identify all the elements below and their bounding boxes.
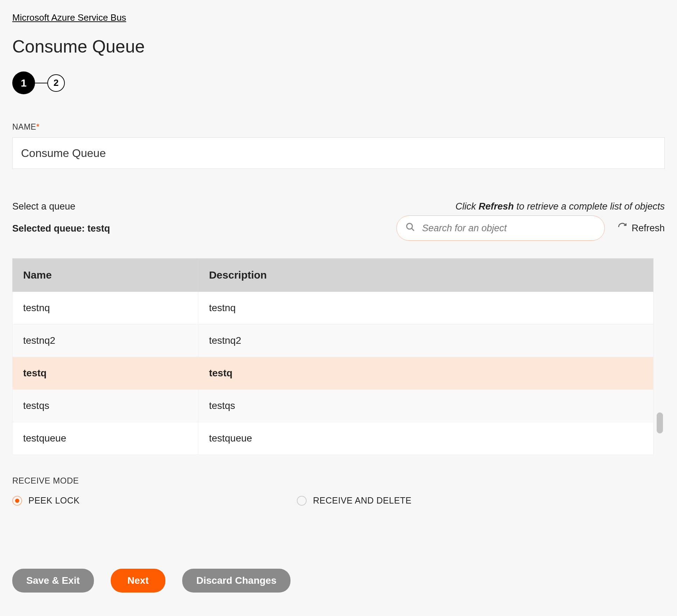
table-row[interactable]: testqstestqs bbox=[13, 390, 654, 422]
refresh-button[interactable]: Refresh bbox=[617, 222, 665, 234]
table-cell-description: testq bbox=[198, 357, 654, 390]
table-cell-description: testqs bbox=[198, 390, 654, 422]
table-cell-name: testqs bbox=[13, 390, 198, 422]
table-cell-name: testqueue bbox=[13, 422, 198, 455]
page-title: Consume Queue bbox=[12, 36, 665, 57]
receive-mode-option[interactable]: RECEIVE AND DELETE bbox=[297, 495, 411, 506]
table-scrollbar-thumb[interactable] bbox=[657, 412, 663, 433]
receive-mode-label: RECEIVE MODE bbox=[12, 476, 665, 486]
select-queue-label: Select a queue bbox=[12, 201, 110, 212]
name-input[interactable] bbox=[12, 137, 665, 169]
table-cell-description: testnq bbox=[198, 292, 654, 324]
selected-queue-text: Selected queue: testq bbox=[12, 223, 110, 234]
refresh-button-label: Refresh bbox=[631, 223, 665, 234]
breadcrumb-link[interactable]: Microsoft Azure Service Bus bbox=[12, 12, 126, 23]
radio-label: PEEK LOCK bbox=[28, 495, 80, 506]
table-row[interactable]: testnq2testnq2 bbox=[13, 324, 654, 357]
refresh-icon bbox=[617, 222, 627, 234]
table-cell-name: testq bbox=[13, 357, 198, 390]
radio-icon bbox=[297, 496, 307, 506]
next-button[interactable]: Next bbox=[111, 569, 166, 593]
table-cell-name: testnq bbox=[13, 292, 198, 324]
discard-changes-button[interactable]: Discard Changes bbox=[182, 569, 290, 593]
step-1[interactable]: 1 bbox=[12, 71, 35, 94]
table-scrollbar-track[interactable] bbox=[655, 293, 665, 455]
table-header-name: Name bbox=[13, 259, 198, 292]
refresh-hint: Click Refresh to retrieve a complete lis… bbox=[456, 201, 665, 212]
search-input[interactable] bbox=[396, 215, 605, 241]
radio-label: RECEIVE AND DELETE bbox=[313, 495, 411, 506]
table-row[interactable]: testnqtestnq bbox=[13, 292, 654, 324]
table-header-description: Description bbox=[198, 259, 654, 292]
receive-mode-option[interactable]: PEEK LOCK bbox=[12, 495, 80, 506]
save-exit-button[interactable]: Save & Exit bbox=[12, 569, 94, 593]
svg-line-1 bbox=[412, 228, 414, 231]
table-cell-name: testnq2 bbox=[13, 324, 198, 357]
search-icon bbox=[405, 222, 415, 234]
svg-point-0 bbox=[407, 224, 412, 229]
step-connector bbox=[35, 83, 47, 83]
step-2[interactable]: 2 bbox=[47, 74, 65, 92]
stepper: 1 2 bbox=[12, 71, 665, 94]
radio-icon bbox=[12, 496, 22, 506]
name-field-label: NAME* bbox=[12, 122, 665, 132]
table-cell-description: testnq2 bbox=[198, 324, 654, 357]
table-cell-description: testqueue bbox=[198, 422, 654, 455]
table-row[interactable]: testqueuetestqueue bbox=[13, 422, 654, 455]
queue-table: Name Description testnqtestnqtestnq2test… bbox=[12, 258, 654, 455]
table-row[interactable]: testqtestq bbox=[13, 357, 654, 390]
required-indicator: * bbox=[36, 122, 39, 131]
